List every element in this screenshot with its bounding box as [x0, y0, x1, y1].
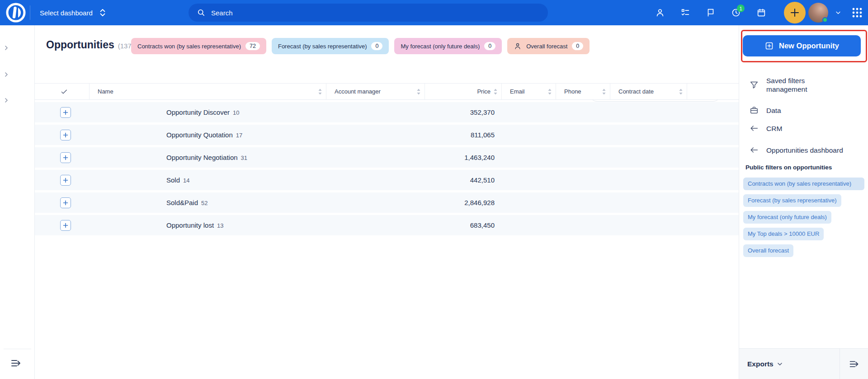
dashboard-selector-label: Select dashboard — [40, 9, 93, 17]
group-count: 52 — [201, 200, 208, 206]
sort-icon[interactable] — [602, 88, 606, 95]
panel-collapse-button[interactable] — [840, 349, 868, 379]
profile-chevron-down-icon[interactable] — [835, 9, 842, 16]
public-filter-forecast[interactable]: Forecast (by sales representative) — [743, 194, 841, 207]
chip-overall-forecast[interactable]: Overall forecast 0 — [507, 38, 590, 54]
check-icon — [60, 88, 68, 96]
topbar: Select dashboard 1 — [0, 0, 868, 25]
notification-badge: 1 — [737, 5, 745, 12]
flag-icon[interactable] — [706, 8, 716, 18]
group-name[interactable]: Opportunity Discover — [166, 108, 230, 116]
group-name[interactable]: Opportunity Quotation — [166, 131, 233, 139]
table-row[interactable]: Sold&Paid52 2,846,928 — [35, 192, 739, 213]
new-opportunity-label: New Opportunity — [779, 42, 839, 50]
group-name[interactable]: Sold&Paid — [166, 199, 198, 206]
chip-count-badge: 0 — [371, 42, 382, 50]
chip-my-forecast[interactable]: My forecast (only future deals) 0 — [394, 38, 502, 54]
chip-count-badge: 0 — [572, 42, 583, 50]
table-row[interactable]: Opportunity Negotiation31 1,463,240 — [35, 147, 739, 168]
expand-group-button[interactable] — [60, 175, 71, 186]
expand-group-button[interactable] — [60, 152, 71, 163]
group-name[interactable]: Opportunity Negotiation — [166, 154, 238, 161]
cell-price: 683,450 — [425, 221, 502, 229]
sort-icon[interactable] — [679, 88, 683, 95]
column-header-spacer — [687, 84, 739, 99]
public-filter-my-forecast[interactable]: My forecast (only future deals) — [743, 211, 831, 224]
menu-item-saved-filters[interactable]: Saved filters management — [739, 72, 838, 98]
topbar-divider — [30, 5, 30, 20]
column-header-price[interactable]: Price — [425, 84, 502, 99]
group-name[interactable]: Opportunity lost — [166, 221, 214, 229]
user-avatar[interactable] — [808, 3, 828, 23]
chip-contracts-won[interactable]: Contracts won (by sales representative) … — [131, 38, 266, 54]
table-row[interactable]: Sold14 442,510 — [35, 170, 739, 190]
chip-label: Forecast (by sales representative) — [278, 43, 367, 50]
sidebar-item-tasks[interactable] — [0, 91, 35, 109]
plus-icon — [62, 177, 69, 183]
column-header-contract-date[interactable]: Contract date — [610, 84, 687, 99]
group-count: 31 — [241, 154, 247, 161]
sidebar-item-collapse-group[interactable] — [0, 122, 35, 140]
search-input[interactable] — [211, 9, 540, 17]
sort-icon[interactable] — [547, 88, 552, 95]
sort-icon[interactable] — [416, 88, 421, 95]
chip-label: Overall forecast — [526, 43, 567, 50]
sidebar-expand-icon[interactable] — [9, 356, 24, 370]
public-filter-overall-forecast[interactable]: Overall forecast — [743, 244, 793, 257]
expand-updown-icon — [99, 8, 106, 17]
exports-bar: Exports — [739, 348, 868, 379]
expand-group-button[interactable] — [60, 220, 71, 231]
table-row[interactable]: Opportunity Quotation17 811,065 — [35, 125, 739, 145]
table-header-row: Name Account manager Price Email Phone — [35, 83, 739, 100]
exports-button[interactable]: Exports — [739, 349, 840, 379]
sort-icon[interactable] — [318, 88, 322, 95]
expand-group-button[interactable] — [60, 107, 71, 118]
public-filter-top-deals[interactable]: My Top deals > 10000 EUR — [743, 228, 824, 240]
table-row[interactable]: Opportunity Discover10 352,370 — [35, 102, 739, 122]
cell-price: 811,065 — [425, 131, 502, 139]
chip-forecast[interactable]: Forecast (by sales representative) 0 — [272, 38, 389, 54]
tasks-checklist-icon[interactable] — [680, 8, 690, 18]
chevron-down-icon — [777, 361, 783, 367]
expand-group-button[interactable] — [60, 130, 71, 140]
app-logo-icon[interactable] — [6, 3, 26, 23]
recent-activity-clock-icon[interactable]: 1 — [731, 8, 741, 18]
quick-add-button[interactable] — [784, 2, 806, 23]
column-header-name[interactable]: Name — [90, 84, 326, 99]
arrow-left-icon — [749, 123, 759, 133]
column-header-email[interactable]: Email — [502, 84, 556, 99]
plus-icon — [789, 7, 800, 18]
sidebar-item-dashboards[interactable] — [0, 39, 35, 57]
chip-label: My forecast (only future deals) — [401, 43, 480, 50]
menu-item-opportunities-dashboard[interactable]: Opportunities dashboard — [739, 141, 868, 159]
global-search[interactable] — [189, 4, 548, 22]
sidebar-item-structure[interactable] — [0, 66, 35, 84]
contacts-icon[interactable] — [655, 8, 665, 18]
chevron-right-icon — [4, 72, 9, 77]
exports-label: Exports — [747, 360, 774, 368]
expand-group-button[interactable] — [60, 197, 71, 208]
apps-grid-icon[interactable] — [851, 6, 863, 19]
chip-count-badge: 0 — [484, 42, 495, 50]
table-row[interactable]: Opportunity lost13 683,450 — [35, 215, 739, 235]
plus-icon — [62, 200, 69, 206]
search-icon — [197, 8, 206, 17]
panel-collapse-arrow-icon — [848, 357, 861, 371]
dashboard-selector[interactable]: Select dashboard — [40, 0, 106, 25]
cell-price: 352,370 — [425, 108, 502, 116]
calendar-icon[interactable] — [756, 8, 766, 18]
select-all-checkmark[interactable] — [35, 84, 90, 99]
funnel-icon — [749, 80, 759, 90]
online-status-dot — [822, 17, 828, 23]
opportunities-table: Name Account manager Price Email Phone — [35, 83, 739, 235]
sort-icon[interactable] — [493, 88, 498, 95]
column-header-account-manager[interactable]: Account manager — [326, 84, 425, 99]
menu-item-crm[interactable]: CRM — [739, 119, 868, 137]
column-header-phone[interactable]: Phone — [556, 84, 610, 99]
group-count: 10 — [233, 109, 239, 116]
public-filter-contracts-won[interactable]: Contracts won (by sales representative) — [743, 178, 864, 190]
new-opportunity-button[interactable]: New Opportunity — [743, 35, 861, 56]
chevron-right-icon — [4, 98, 9, 103]
group-name[interactable]: Sold — [166, 176, 180, 184]
menu-item-data[interactable]: Data — [739, 101, 868, 119]
